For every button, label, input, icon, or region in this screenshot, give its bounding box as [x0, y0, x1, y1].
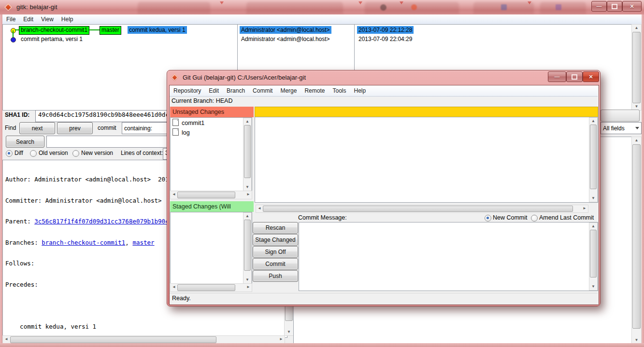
maximize-button[interactable] — [566, 71, 583, 82]
master-link[interactable]: master — [132, 239, 154, 246]
commit-message-input[interactable]: ▲ ▼ — [299, 222, 598, 291]
menu-merge[interactable]: Merge — [276, 86, 301, 95]
find-commit-label: commit — [98, 125, 116, 131]
diff-scrollbar[interactable]: ▲ ▼ — [589, 117, 598, 202]
menu-help[interactable]: Help — [57, 15, 77, 24]
commit-author[interactable]: Administrator <admin@local.host> — [240, 35, 331, 43]
menu-view[interactable]: View — [37, 15, 57, 24]
scroll-left-icon[interactable]: ◄ — [3, 336, 9, 344]
diff-view-area[interactable]: ▲ ▼ — [255, 117, 598, 203]
ref-label-master[interactable]: master — [100, 26, 121, 35]
new-commit-label: New Commit — [493, 214, 528, 221]
scroll-right-icon[interactable]: ► — [245, 284, 251, 291]
scroll-up-icon[interactable]: ▲ — [632, 139, 641, 142]
scrollbar-thumb[interactable] — [590, 230, 597, 278]
push-button[interactable]: Push — [253, 270, 298, 282]
scroll-up-icon[interactable]: ▲ — [589, 119, 597, 123]
ghost-notification — [400, 1, 403, 4]
scrollbar-thumb[interactable] — [244, 220, 251, 271]
unstaged-file-list[interactable]: commit1 log ▲ ▼ — [170, 117, 252, 192]
scrollbar-thumb[interactable] — [632, 144, 641, 329]
menu-repository[interactable]: Repository — [170, 86, 205, 95]
scrollbar-thumb[interactable] — [177, 284, 235, 291]
scroll-up-icon[interactable]: ▲ — [243, 120, 251, 124]
commit-subject-selected[interactable]: commit kedua, versi 1 — [128, 26, 187, 34]
menu-branch[interactable]: Branch — [223, 86, 249, 95]
scrollbar-thumb[interactable] — [244, 125, 251, 178]
menu-remote[interactable]: Remote — [301, 86, 329, 95]
scroll-down-icon[interactable]: ▼ — [243, 278, 251, 282]
find-next-button[interactable]: next — [19, 122, 55, 134]
file-list-item[interactable]: commit1 — [171, 118, 252, 127]
commit-message-scrollbar[interactable]: ▲ ▼ — [589, 222, 598, 291]
file-list-scrollbar[interactable]: ▲ ▼ — [631, 137, 642, 344]
stage-changed-button[interactable]: Stage Changed — [253, 234, 298, 246]
close-button[interactable]: ✕ — [583, 71, 599, 82]
scrollbar-thumb[interactable] — [177, 192, 235, 198]
menu-file[interactable]: File — [2, 15, 19, 24]
commit-button[interactable]: Commit — [253, 258, 298, 270]
scroll-down-icon[interactable]: ▼ — [589, 196, 597, 200]
scrollbar-thumb[interactable] — [590, 125, 597, 189]
maximize-button[interactable] — [607, 1, 622, 12]
scroll-up-icon[interactable]: ▲ — [589, 224, 597, 228]
file-name[interactable]: log — [182, 129, 190, 136]
search-button[interactable]: Search — [6, 136, 44, 148]
find-prev-button[interactable]: prev — [57, 122, 93, 134]
scrollbar-thumb[interactable] — [263, 206, 573, 212]
gitk-menubar: File Edit View Help — [2, 14, 642, 25]
amend-last-commit-radio[interactable] — [531, 215, 538, 222]
minimize-button[interactable]: — — [591, 1, 607, 12]
scroll-left-icon[interactable]: ◄ — [171, 191, 177, 199]
menu-edit[interactable]: Edit — [205, 86, 223, 95]
old-version-radio[interactable] — [30, 150, 37, 157]
menu-edit[interactable]: Edit — [19, 15, 37, 24]
scroll-right-icon[interactable]: ► — [278, 336, 284, 344]
file-name[interactable]: commit1 — [182, 120, 204, 126]
scroll-down-icon[interactable]: ▼ — [589, 285, 597, 289]
sign-off-button[interactable]: Sign Off — [253, 246, 298, 258]
staged-list-scrollbar[interactable]: ▲ ▼ — [243, 212, 252, 284]
commit-date[interactable]: 2013-07-09 22:04:29 — [357, 35, 414, 43]
unstaged-list-hscrollbar[interactable]: ◄ ► — [170, 191, 252, 199]
commit-list-scrollbar[interactable]: ▲ ▼ — [631, 24, 642, 111]
scrollbar-thumb[interactable] — [632, 32, 641, 103]
diff-radio[interactable] — [6, 150, 13, 157]
rescan-button[interactable]: Rescan — [253, 222, 298, 234]
toolbar-field-fragment[interactable] — [601, 110, 640, 122]
staged-file-list[interactable]: ▲ ▼ — [170, 212, 252, 284]
parent-sha-link[interactable]: 3c56c817f1f4f07d09d31cc3768e079b1b90470 — [34, 218, 176, 225]
menu-commit[interactable]: Commit — [249, 86, 276, 95]
staged-list-hscrollbar[interactable]: ◄ ► — [170, 283, 252, 292]
scroll-right-icon[interactable]: ► — [582, 205, 587, 212]
commit-date-selected[interactable]: 2013-07-09 22:12:28 — [357, 26, 414, 34]
minimize-button[interactable]: — — [548, 71, 566, 82]
new-commit-radio[interactable] — [485, 215, 491, 222]
commit-author-selected[interactable]: Administrator <admin@local.host> — [240, 26, 331, 34]
scroll-down-icon[interactable]: ▼ — [243, 185, 251, 189]
file-list-item[interactable]: log — [171, 127, 252, 137]
menu-tools[interactable]: Tools — [329, 86, 350, 95]
branch-separator: , — [125, 239, 132, 246]
commit-subject[interactable]: commit pertama, versi 1 — [19, 35, 84, 43]
diff-hscrollbar[interactable]: ◄ ► — [256, 205, 588, 213]
scroll-down-icon[interactable]: ▼ — [285, 330, 293, 334]
scrollbar-thumb[interactable] — [10, 336, 216, 343]
scroll-up-icon[interactable]: ▲ — [243, 214, 251, 218]
scroll-down-icon[interactable]: ▼ — [632, 338, 641, 342]
all-fields-dropdown[interactable]: All fields — [601, 122, 642, 134]
commit-node[interactable] — [11, 37, 16, 42]
close-button[interactable]: ✕ — [622, 1, 642, 12]
unstaged-list-scrollbar[interactable]: ▲ ▼ — [243, 118, 252, 191]
ref-label-branch[interactable]: branch-checkout-commit1 — [19, 26, 89, 35]
scroll-down-icon[interactable]: ▼ — [632, 105, 641, 109]
ghost-tab — [246, 2, 343, 14]
scroll-up-icon[interactable]: ▲ — [632, 26, 641, 30]
menu-help[interactable]: Help — [350, 86, 370, 95]
scroll-right-icon[interactable]: ► — [245, 191, 251, 199]
new-version-radio[interactable] — [72, 150, 79, 157]
window-border — [0, 14, 2, 347]
branch-link[interactable]: branch-checkout-commit1 — [42, 239, 125, 246]
scroll-left-icon[interactable]: ◄ — [257, 205, 262, 212]
scroll-left-icon[interactable]: ◄ — [171, 284, 177, 291]
